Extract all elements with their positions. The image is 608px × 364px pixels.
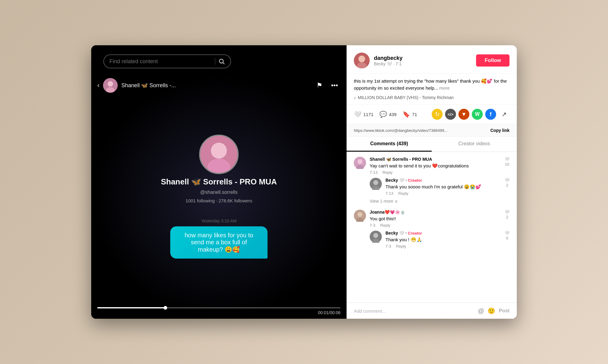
tab-comments[interactable]: Comments (439) [347, 137, 432, 152]
search-button[interactable] [218, 58, 225, 65]
share-more-button[interactable]: ↗ [499, 109, 510, 120]
whatsapp-button[interactable]: W [472, 109, 483, 120]
copy-link-button[interactable]: Copy link [490, 128, 510, 133]
like-count: 10 [505, 162, 509, 167]
comment-name: Shanell 🦋 Sorrells - PRO MUA [370, 157, 501, 162]
reply-button-2[interactable]: Reply [380, 223, 390, 228]
video-timestamp: Yesterday 3:10 AM [201, 218, 237, 223]
svg-point-18 [358, 212, 362, 217]
reply-date-2: 7-3 [385, 244, 391, 249]
comments-count: 439 [389, 112, 396, 117]
comment-meta-2: 7-3 Reply [370, 223, 501, 228]
bookmarks-count: 71 [412, 112, 417, 117]
profile-card: Shanell 🦋 Sorrells - PRO MUA @shanell.so… [161, 135, 277, 203]
follow-button[interactable]: Follow [476, 54, 510, 67]
likes-count: 1171 [363, 112, 373, 117]
svg-point-12 [358, 159, 362, 164]
view-more-text: View 1 more [370, 199, 393, 204]
reply-like-2[interactable]: 🤍 0 [505, 231, 510, 249]
search-input[interactable] [109, 58, 212, 65]
back-button[interactable]: ‹ [97, 81, 99, 89]
embed-button[interactable]: </> [445, 109, 456, 120]
comment-text-2: You got this!! [370, 215, 501, 222]
mention-button[interactable]: @ [478, 307, 484, 314]
video-user-avatar [103, 78, 118, 93]
reply-item: Becky 🤍 · Creator Thank you soooo much I… [370, 178, 510, 196]
poster-name: dangbecky [374, 55, 472, 61]
caption-text: this is my 1st attempt on trying the "ho… [354, 78, 507, 91]
profile-handle: @shanell.sorrells [200, 190, 238, 195]
comment-like[interactable]: 🤍 10 [505, 157, 510, 175]
chat-bubble: how many likes for you to send me a box … [170, 226, 268, 259]
tab-creator-videos[interactable]: Creator videos [432, 137, 517, 152]
svg-point-3 [108, 81, 113, 87]
reply-like-heart-icon: 🤍 [505, 178, 510, 182]
video-content: ‹ Shanell 🦋 Sorrells -... ⚑ ••• [91, 74, 347, 319]
likes-stat[interactable]: 🤍 1171 [354, 111, 373, 118]
interaction-row: 🤍 1171 💬 439 🔖 71 ↻ </> ▼ W f ↗ [347, 105, 517, 124]
comment-text: Yay can't wait to send it to you ❤️congr… [370, 163, 501, 169]
more-button[interactable]: ••• [329, 80, 340, 91]
search-bar [103, 54, 231, 68]
comments-stat[interactable]: 💬 439 [379, 111, 396, 118]
music-info: ♪ MILLION DOLLAR BABY (VHS) - Tommy Rich… [347, 94, 517, 105]
comment-icon: 💬 [379, 111, 387, 118]
progress-time: 00:01/00:06 [97, 310, 340, 315]
poster-avatar [354, 53, 370, 68]
add-comment-row: @ 🙂 Post [347, 303, 517, 319]
svg-point-21 [373, 233, 378, 238]
progress-bar-area: 00:01/00:06 [91, 304, 347, 319]
progress-track[interactable] [97, 307, 340, 308]
reply-body-2: Becky 🤍 · Creator Thank you ! 😁🙏 7-3 Rep… [385, 231, 501, 249]
link-text: https://www.tiktok.com/@dangbecky/video/… [354, 128, 487, 133]
creator-badge: Creator [408, 178, 422, 183]
like-heart-icon: 🤍 [505, 157, 510, 161]
comment-date-2: 7-3 [370, 223, 375, 228]
comment-item: Shanell 🦋 Sorrells - PRO MUA Yay can't w… [354, 157, 510, 175]
search-icon [218, 58, 225, 65]
more-link[interactable]: more [439, 85, 450, 91]
repost-button[interactable]: ↻ [432, 109, 443, 120]
search-bar-area [91, 45, 347, 74]
flag-button[interactable]: ⚑ [314, 80, 325, 91]
comment-like-2[interactable]: 🤍 2 [505, 210, 510, 228]
reply-indent: Becky 🤍 · Creator Thank you soooo much I… [370, 178, 510, 196]
reply-item-2: Becky 🤍 · Creator Thank you ! 😁🙏 7-3 Rep… [370, 231, 510, 249]
svg-point-0 [219, 59, 223, 63]
reply-avatar-2 [370, 231, 382, 243]
profile-avatar [199, 135, 239, 174]
main-container: ‹ Shanell 🦋 Sorrells -... ⚑ ••• [91, 45, 517, 319]
comment-meta: 7-13 Reply [370, 170, 501, 175]
add-comment-input[interactable] [354, 308, 474, 314]
svg-line-1 [223, 63, 224, 64]
video-username: Shanell 🦋 Sorrells -... [121, 82, 310, 89]
progress-dot [164, 306, 167, 310]
comments-section: Shanell 🦋 Sorrells - PRO MUA Yay can't w… [347, 152, 517, 303]
post-header: dangbecky Becky 🤍 · 7-1 Follow [347, 45, 517, 74]
facebook-button[interactable]: f [485, 109, 496, 120]
svg-point-9 [358, 56, 365, 62]
reply-reply-button-2[interactable]: Reply [396, 244, 406, 249]
svg-point-6 [211, 143, 227, 159]
reply-text-2: Thank you ! 😁🙏 [385, 236, 501, 243]
bookmarks-stat[interactable]: 🔖 71 [402, 111, 417, 118]
comment-item-2: Joanna❤️💗🌸🍵 You got this!! 7-3 Reply 🤍 2 [354, 210, 510, 228]
reply-indent-2: Becky 🤍 · Creator Thank you ! 😁🙏 7-3 Rep… [370, 231, 510, 249]
reply-like[interactable]: 🤍 2 [505, 178, 510, 196]
poster-sub: Becky 🤍 · 7-1 [374, 61, 472, 66]
emoji-button[interactable]: 🙂 [488, 307, 495, 314]
share-icons: ↻ </> ▼ W f ↗ [432, 109, 510, 120]
poster-sub-text: Becky 🤍 · 7-1 [374, 61, 402, 66]
search-divider [215, 58, 215, 65]
post-comment-button[interactable]: Post [499, 308, 510, 314]
comment-body: Shanell 🦋 Sorrells - PRO MUA Yay can't w… [370, 157, 501, 175]
poster-info: dangbecky Becky 🤍 · 7-1 [374, 55, 472, 66]
like-heart-icon-2: 🤍 [505, 210, 510, 214]
reply-name-2: Becky 🤍 · Creator [385, 231, 501, 235]
link-row: https://www.tiktok.com/@dangbecky/video/… [347, 124, 517, 137]
music-text: MILLION DOLLAR BABY (VHS) - Tommy Richma… [358, 95, 454, 100]
view-more-button[interactable]: View 1 more ∨ [370, 199, 510, 204]
reddit-button[interactable]: ▼ [458, 109, 469, 120]
reply-button[interactable]: Reply [382, 170, 392, 175]
reply-reply-button[interactable]: Reply [398, 191, 408, 196]
